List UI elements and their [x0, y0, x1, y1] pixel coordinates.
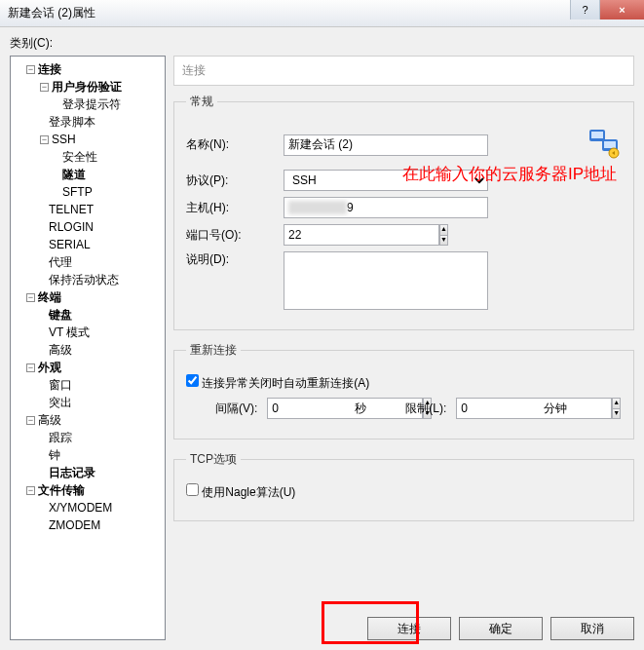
- tree-filetransfer[interactable]: 文件传输: [38, 483, 85, 497]
- tree-vtmode[interactable]: VT 模式: [49, 325, 90, 339]
- help-button[interactable]: ?: [570, 0, 599, 19]
- auto-reconnect-input[interactable]: [186, 374, 199, 387]
- tree-sftp[interactable]: SFTP: [62, 185, 93, 199]
- reconnect-legend: 重新连接: [186, 342, 241, 359]
- breadcrumb: 连接: [173, 56, 634, 86]
- general-legend: 常规: [186, 94, 217, 110]
- tree-advanced2[interactable]: 高级: [38, 413, 61, 427]
- limit-unit: 分钟: [544, 401, 567, 417]
- titlebar: 新建会话 (2)属性 ? ×: [0, 0, 644, 27]
- svg-rect-3: [604, 141, 616, 148]
- window-title: 新建会话 (2)属性: [8, 5, 95, 21]
- tree-terminal[interactable]: 终端: [38, 290, 61, 304]
- port-label: 端口号(O):: [186, 227, 284, 244]
- tree-toggle-icon[interactable]: −: [40, 135, 49, 144]
- limit-label: 限制(L):: [405, 401, 446, 417]
- tree-zmodem[interactable]: ZMODEM: [49, 518, 100, 532]
- desc-label: 说明(D):: [186, 251, 284, 268]
- tree-highlight[interactable]: 突出: [49, 396, 72, 409]
- tcp-legend: TCP选项: [186, 451, 241, 468]
- tcp-group: TCP选项 使用Nagle算法(U): [173, 451, 634, 521]
- tree-xymodem[interactable]: X/YMODEM: [49, 501, 112, 515]
- tree-logging[interactable]: 日志记录: [49, 466, 95, 479]
- interval-label: 间隔(V):: [215, 401, 257, 417]
- tree-window[interactable]: 窗口: [49, 378, 72, 392]
- tree-toggle-icon[interactable]: −: [26, 486, 35, 495]
- tree-ssh[interactable]: SSH: [52, 133, 76, 146]
- tree-rlogin[interactable]: RLOGIN: [49, 220, 94, 234]
- spin-up-icon[interactable]: ▲: [613, 399, 620, 409]
- name-label: 名称(N):: [186, 136, 284, 153]
- category-tree[interactable]: −连接 −用户身份验证 登录提示符 登录脚本 −SSH 安全性 隧道 SFTP: [10, 56, 166, 640]
- interval-input[interactable]: [267, 398, 423, 419]
- tree-keepalive[interactable]: 保持活动状态: [49, 273, 119, 287]
- protocol-label: 协议(P):: [186, 172, 284, 189]
- tree-proxy[interactable]: 代理: [49, 255, 72, 269]
- spin-down-icon[interactable]: ▼: [613, 409, 620, 419]
- network-icon: [587, 126, 622, 161]
- tree-appearance[interactable]: 外观: [38, 361, 61, 374]
- spin-down-icon[interactable]: ▼: [440, 236, 447, 246]
- tree-login-prompt[interactable]: 登录提示符: [62, 97, 121, 111]
- tree-toggle-icon[interactable]: −: [26, 293, 35, 302]
- svg-rect-1: [591, 132, 603, 138]
- cancel-button[interactable]: 取消: [550, 617, 634, 640]
- interval-unit: 秒: [355, 401, 366, 417]
- interval-spinner[interactable]: ▲▼: [267, 398, 345, 419]
- nagle-checkbox[interactable]: 使用Nagle算法(U): [186, 483, 295, 501]
- auto-reconnect-checkbox[interactable]: 连接异常关闭时自动重新连接(A): [186, 374, 369, 392]
- host-label: 主机(H):: [186, 200, 284, 216]
- reconnect-group: 重新连接 连接异常关闭时自动重新连接(A) 间隔(V): ▲▼ 秒: [173, 342, 634, 440]
- tree-advanced[interactable]: 高级: [49, 343, 72, 357]
- port-spinner[interactable]: ▲▼: [284, 224, 389, 246]
- tree-security[interactable]: 安全性: [62, 150, 97, 164]
- ok-button[interactable]: 确定: [459, 617, 543, 640]
- tree-tunnel[interactable]: 隧道: [62, 168, 86, 181]
- tree-toggle-icon[interactable]: −: [26, 65, 35, 74]
- tree-keyboard[interactable]: 键盘: [49, 308, 72, 322]
- tree-toggle-icon[interactable]: −: [26, 363, 35, 372]
- tree-toggle-icon[interactable]: −: [26, 416, 35, 425]
- host-input[interactable]: 9: [284, 197, 488, 218]
- tree-trace[interactable]: 跟踪: [49, 431, 72, 444]
- tree-user-auth[interactable]: 用户身份验证: [52, 80, 122, 94]
- port-input[interactable]: [284, 224, 439, 246]
- limit-input[interactable]: [456, 398, 612, 419]
- tree-bell[interactable]: 钟: [49, 448, 60, 462]
- nagle-input[interactable]: [186, 483, 199, 496]
- tree-toggle-icon[interactable]: −: [40, 83, 49, 92]
- general-group: 常规 名称(N):: [173, 94, 634, 330]
- tree-telnet[interactable]: TELNET: [49, 203, 94, 216]
- name-input[interactable]: [284, 134, 488, 156]
- category-label: 类别(C):: [10, 35, 634, 52]
- tree-login-script[interactable]: 登录脚本: [49, 115, 95, 129]
- tree-connection[interactable]: 连接: [38, 62, 61, 76]
- tree-serial[interactable]: SERIAL: [49, 238, 91, 251]
- connect-button[interactable]: 连接: [367, 617, 451, 640]
- desc-textarea[interactable]: [284, 251, 488, 310]
- spin-up-icon[interactable]: ▲: [440, 225, 447, 236]
- limit-spinner[interactable]: ▲▼: [456, 398, 534, 419]
- close-button[interactable]: ×: [599, 0, 644, 19]
- protocol-select[interactable]: SSH: [284, 170, 488, 191]
